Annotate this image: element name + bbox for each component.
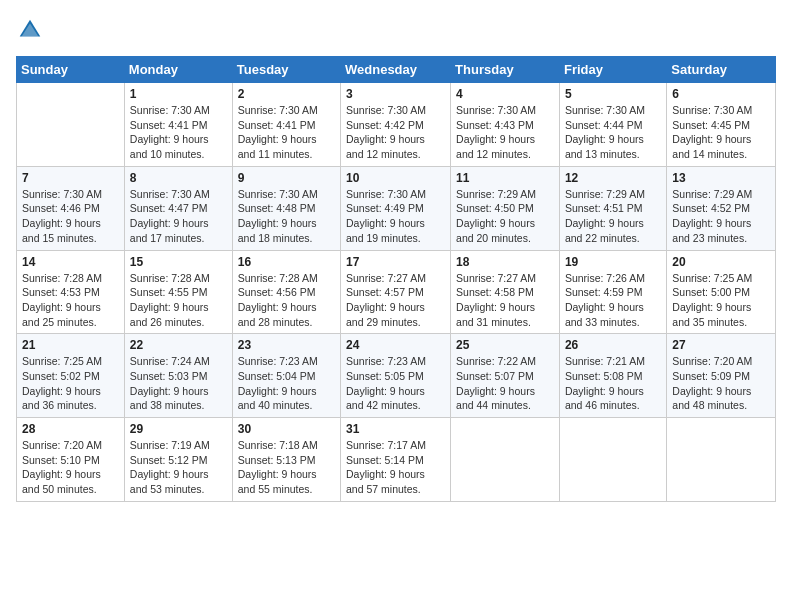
- day-info: Sunrise: 7:30 AMSunset: 4:48 PMDaylight:…: [238, 187, 335, 246]
- calendar-cell: 23Sunrise: 7:23 AMSunset: 5:04 PMDayligh…: [232, 334, 340, 418]
- calendar-cell: 14Sunrise: 7:28 AMSunset: 4:53 PMDayligh…: [17, 250, 125, 334]
- day-info: Sunrise: 7:20 AMSunset: 5:10 PMDaylight:…: [22, 438, 119, 497]
- day-info: Sunrise: 7:29 AMSunset: 4:51 PMDaylight:…: [565, 187, 661, 246]
- week-row-4: 28Sunrise: 7:20 AMSunset: 5:10 PMDayligh…: [17, 418, 776, 502]
- header-row: SundayMondayTuesdayWednesdayThursdayFrid…: [17, 57, 776, 83]
- day-number: 7: [22, 171, 119, 185]
- day-info: Sunrise: 7:25 AMSunset: 5:02 PMDaylight:…: [22, 354, 119, 413]
- calendar-cell: 29Sunrise: 7:19 AMSunset: 5:12 PMDayligh…: [124, 418, 232, 502]
- day-number: 22: [130, 338, 227, 352]
- day-number: 6: [672, 87, 770, 101]
- day-number: 11: [456, 171, 554, 185]
- day-info: Sunrise: 7:28 AMSunset: 4:53 PMDaylight:…: [22, 271, 119, 330]
- calendar-cell: 12Sunrise: 7:29 AMSunset: 4:51 PMDayligh…: [559, 166, 666, 250]
- calendar-cell: 2Sunrise: 7:30 AMSunset: 4:41 PMDaylight…: [232, 83, 340, 167]
- day-number: 23: [238, 338, 335, 352]
- day-info: Sunrise: 7:25 AMSunset: 5:00 PMDaylight:…: [672, 271, 770, 330]
- day-number: 14: [22, 255, 119, 269]
- day-number: 15: [130, 255, 227, 269]
- day-info: Sunrise: 7:29 AMSunset: 4:50 PMDaylight:…: [456, 187, 554, 246]
- day-header-thursday: Thursday: [451, 57, 560, 83]
- day-number: 18: [456, 255, 554, 269]
- day-number: 10: [346, 171, 445, 185]
- day-number: 31: [346, 422, 445, 436]
- calendar-cell: 19Sunrise: 7:26 AMSunset: 4:59 PMDayligh…: [559, 250, 666, 334]
- day-info: Sunrise: 7:20 AMSunset: 5:09 PMDaylight:…: [672, 354, 770, 413]
- calendar-cell: 11Sunrise: 7:29 AMSunset: 4:50 PMDayligh…: [451, 166, 560, 250]
- day-header-monday: Monday: [124, 57, 232, 83]
- day-header-saturday: Saturday: [667, 57, 776, 83]
- day-header-friday: Friday: [559, 57, 666, 83]
- calendar-cell: 18Sunrise: 7:27 AMSunset: 4:58 PMDayligh…: [451, 250, 560, 334]
- day-info: Sunrise: 7:27 AMSunset: 4:57 PMDaylight:…: [346, 271, 445, 330]
- day-number: 30: [238, 422, 335, 436]
- day-info: Sunrise: 7:29 AMSunset: 4:52 PMDaylight:…: [672, 187, 770, 246]
- calendar-cell: [451, 418, 560, 502]
- calendar-cell: 13Sunrise: 7:29 AMSunset: 4:52 PMDayligh…: [667, 166, 776, 250]
- day-number: 19: [565, 255, 661, 269]
- week-row-3: 21Sunrise: 7:25 AMSunset: 5:02 PMDayligh…: [17, 334, 776, 418]
- week-row-1: 7Sunrise: 7:30 AMSunset: 4:46 PMDaylight…: [17, 166, 776, 250]
- day-number: 12: [565, 171, 661, 185]
- day-header-tuesday: Tuesday: [232, 57, 340, 83]
- calendar-cell: 31Sunrise: 7:17 AMSunset: 5:14 PMDayligh…: [341, 418, 451, 502]
- day-info: Sunrise: 7:30 AMSunset: 4:42 PMDaylight:…: [346, 103, 445, 162]
- day-number: 20: [672, 255, 770, 269]
- day-number: 13: [672, 171, 770, 185]
- day-header-sunday: Sunday: [17, 57, 125, 83]
- calendar-cell: 8Sunrise: 7:30 AMSunset: 4:47 PMDaylight…: [124, 166, 232, 250]
- calendar-cell: 3Sunrise: 7:30 AMSunset: 4:42 PMDaylight…: [341, 83, 451, 167]
- day-info: Sunrise: 7:22 AMSunset: 5:07 PMDaylight:…: [456, 354, 554, 413]
- calendar-cell: 16Sunrise: 7:28 AMSunset: 4:56 PMDayligh…: [232, 250, 340, 334]
- day-number: 16: [238, 255, 335, 269]
- day-info: Sunrise: 7:19 AMSunset: 5:12 PMDaylight:…: [130, 438, 227, 497]
- calendar-cell: 9Sunrise: 7:30 AMSunset: 4:48 PMDaylight…: [232, 166, 340, 250]
- calendar-cell: 30Sunrise: 7:18 AMSunset: 5:13 PMDayligh…: [232, 418, 340, 502]
- day-number: 4: [456, 87, 554, 101]
- week-row-0: 1Sunrise: 7:30 AMSunset: 4:41 PMDaylight…: [17, 83, 776, 167]
- day-info: Sunrise: 7:26 AMSunset: 4:59 PMDaylight:…: [565, 271, 661, 330]
- calendar-cell: 24Sunrise: 7:23 AMSunset: 5:05 PMDayligh…: [341, 334, 451, 418]
- calendar-cell: 25Sunrise: 7:22 AMSunset: 5:07 PMDayligh…: [451, 334, 560, 418]
- calendar-cell: 15Sunrise: 7:28 AMSunset: 4:55 PMDayligh…: [124, 250, 232, 334]
- calendar-cell: 5Sunrise: 7:30 AMSunset: 4:44 PMDaylight…: [559, 83, 666, 167]
- header: [16, 16, 776, 44]
- day-number: 29: [130, 422, 227, 436]
- calendar-cell: 21Sunrise: 7:25 AMSunset: 5:02 PMDayligh…: [17, 334, 125, 418]
- calendar-cell: 28Sunrise: 7:20 AMSunset: 5:10 PMDayligh…: [17, 418, 125, 502]
- logo: [16, 16, 48, 44]
- day-number: 2: [238, 87, 335, 101]
- day-header-wednesday: Wednesday: [341, 57, 451, 83]
- day-number: 1: [130, 87, 227, 101]
- calendar-table: SundayMondayTuesdayWednesdayThursdayFrid…: [16, 56, 776, 502]
- day-number: 5: [565, 87, 661, 101]
- day-info: Sunrise: 7:28 AMSunset: 4:56 PMDaylight:…: [238, 271, 335, 330]
- calendar-cell: [667, 418, 776, 502]
- day-number: 28: [22, 422, 119, 436]
- day-info: Sunrise: 7:30 AMSunset: 4:43 PMDaylight:…: [456, 103, 554, 162]
- calendar-cell: 1Sunrise: 7:30 AMSunset: 4:41 PMDaylight…: [124, 83, 232, 167]
- day-number: 9: [238, 171, 335, 185]
- calendar-cell: 26Sunrise: 7:21 AMSunset: 5:08 PMDayligh…: [559, 334, 666, 418]
- day-info: Sunrise: 7:21 AMSunset: 5:08 PMDaylight:…: [565, 354, 661, 413]
- day-info: Sunrise: 7:30 AMSunset: 4:41 PMDaylight:…: [130, 103, 227, 162]
- calendar-cell: 4Sunrise: 7:30 AMSunset: 4:43 PMDaylight…: [451, 83, 560, 167]
- calendar-cell: 10Sunrise: 7:30 AMSunset: 4:49 PMDayligh…: [341, 166, 451, 250]
- calendar-cell: 7Sunrise: 7:30 AMSunset: 4:46 PMDaylight…: [17, 166, 125, 250]
- day-number: 3: [346, 87, 445, 101]
- calendar-cell: 22Sunrise: 7:24 AMSunset: 5:03 PMDayligh…: [124, 334, 232, 418]
- calendar-cell: [559, 418, 666, 502]
- day-number: 25: [456, 338, 554, 352]
- calendar-page: SundayMondayTuesdayWednesdayThursdayFrid…: [0, 0, 792, 612]
- day-info: Sunrise: 7:27 AMSunset: 4:58 PMDaylight:…: [456, 271, 554, 330]
- day-number: 26: [565, 338, 661, 352]
- logo-icon: [16, 16, 44, 44]
- day-info: Sunrise: 7:30 AMSunset: 4:49 PMDaylight:…: [346, 187, 445, 246]
- calendar-cell: 27Sunrise: 7:20 AMSunset: 5:09 PMDayligh…: [667, 334, 776, 418]
- day-number: 27: [672, 338, 770, 352]
- day-number: 17: [346, 255, 445, 269]
- day-info: Sunrise: 7:17 AMSunset: 5:14 PMDaylight:…: [346, 438, 445, 497]
- calendar-cell: 20Sunrise: 7:25 AMSunset: 5:00 PMDayligh…: [667, 250, 776, 334]
- day-info: Sunrise: 7:18 AMSunset: 5:13 PMDaylight:…: [238, 438, 335, 497]
- day-info: Sunrise: 7:30 AMSunset: 4:44 PMDaylight:…: [565, 103, 661, 162]
